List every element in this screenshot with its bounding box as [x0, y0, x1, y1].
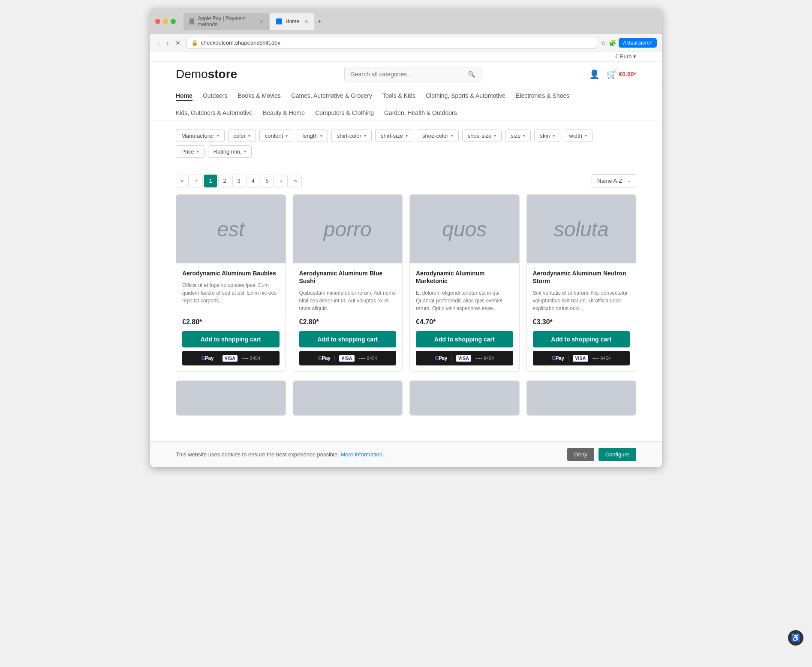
maximize-window-button[interactable] [171, 19, 176, 24]
back-button[interactable]: ‹ [155, 38, 162, 48]
nav-item-tools[interactable]: Tools & Kids [382, 91, 415, 101]
nav-item-garden[interactable]: Garden, Health & Outdoors [384, 109, 457, 117]
cookie-deny-button[interactable]: Deny [567, 448, 594, 461]
payment-bar-2[interactable]: GPay VISA •••• 9454 [299, 351, 397, 365]
product-card-8 [526, 380, 637, 416]
page-3-button[interactable]: 3 [232, 175, 245, 187]
product-image-1[interactable]: est [176, 195, 286, 263]
filter-shoe-size-label: shoe-size [468, 133, 492, 139]
filter-shoe-color[interactable]: shoe-color ▾ [417, 130, 459, 142]
page-1-button[interactable]: 1 [204, 175, 217, 187]
filter-content[interactable]: content ▾ [259, 130, 294, 142]
filter-color[interactable]: color ▾ [228, 130, 256, 142]
add-to-cart-button-2[interactable]: Add to shopping cart [299, 331, 397, 347]
page-prev-button[interactable]: ‹ [190, 175, 203, 187]
product-image-8[interactable] [527, 381, 636, 415]
chevron-down-icon: ▾ [197, 149, 199, 154]
filter-skin[interactable]: skin ▾ [534, 130, 560, 142]
sort-dropdown[interactable]: Name A-Z [592, 174, 636, 187]
payment-bar-4[interactable]: GPay VISA •••• 9454 [533, 351, 630, 365]
cart-price: €0.00* [619, 71, 636, 78]
aktualisieren-button[interactable]: Aktualisieren [619, 38, 657, 48]
filter-shoe-size[interactable]: shoe-size ▾ [462, 130, 502, 142]
page-last-button[interactable]: » [289, 175, 302, 187]
product-image-7[interactable] [410, 381, 519, 415]
nav-item-home[interactable]: Home [176, 91, 192, 101]
nav-item-clothing[interactable]: Clothing, Sports & Automotive [426, 91, 505, 101]
nav-item-games[interactable]: Games, Automotive & Grocery [291, 91, 372, 101]
forward-button[interactable]: › [164, 38, 171, 48]
payment-bar-1[interactable]: GPay VISA •••• 9454 [182, 351, 280, 365]
page-next-button[interactable]: › [275, 175, 288, 187]
add-to-cart-button-4[interactable]: Add to shopping cart [533, 331, 630, 347]
product-name-3[interactable]: Aerodynamic Aluminum Marketonic [416, 269, 513, 285]
filter-manufacturer[interactable]: Manufacturer ▾ [176, 130, 225, 142]
product-image-5[interactable] [176, 381, 286, 415]
nav-item-electronics[interactable]: Electronics & Shoes [516, 91, 569, 101]
cookie-configure-button[interactable]: Configure [598, 448, 636, 461]
nav-item-computers[interactable]: Computers & Clothing [315, 109, 374, 117]
site-header: Demostore 🔍 👤 🛒 €0.00* [150, 62, 662, 87]
extensions-icon[interactable]: 🧩 [609, 39, 616, 46]
product-desc-2: Quibusdam minima dolor rerum. Aut nemo n… [299, 289, 397, 312]
search-input[interactable] [351, 71, 464, 78]
tab-close-home[interactable]: ✕ [304, 19, 308, 24]
close-window-button[interactable] [155, 19, 160, 24]
card-number-4: •••• 9454 [592, 356, 611, 361]
filter-width[interactable]: width ▾ [564, 130, 592, 142]
payment-divider-4 [568, 355, 568, 362]
site-logo[interactable]: Demostore [176, 67, 237, 81]
chevron-down-icon: ▾ [585, 133, 587, 138]
new-tab-button[interactable]: + [315, 13, 324, 30]
filter-shirt-size[interactable]: shirt-size ▾ [375, 130, 413, 142]
tab-apple-pay[interactable]: Apple Pay | Payment methods ✕ [183, 13, 269, 30]
page-4-button[interactable]: 4 [247, 175, 259, 187]
payment-divider [218, 355, 218, 362]
currency-selector[interactable]: € Euro ▾ [615, 53, 636, 60]
cart-button[interactable]: 🛒 €0.00* [607, 69, 636, 79]
page-5-button[interactable]: 5 [261, 175, 274, 187]
reload-button[interactable]: ✕ [173, 38, 183, 48]
search-bar[interactable]: 🔍 [344, 67, 481, 81]
nav-item-outdoors[interactable]: Outdoors [203, 91, 228, 101]
window-controls [155, 19, 176, 24]
product-image-3[interactable]: quos [410, 195, 519, 263]
product-image-4[interactable]: soluta [527, 195, 636, 263]
filter-size[interactable]: size ▾ [505, 130, 531, 142]
filter-skin-label: skin [540, 133, 550, 139]
product-image-6[interactable] [293, 381, 403, 415]
product-image-2[interactable]: porro [293, 195, 403, 263]
product-desc-1: Officia ut et fuga voluptates ipsa. Eum … [182, 281, 280, 312]
filter-rating[interactable]: Rating min. ▾ [208, 145, 252, 158]
page-2-button[interactable]: 2 [218, 175, 231, 187]
minimize-window-button[interactable] [163, 19, 168, 24]
page-first-button[interactable]: « [176, 175, 189, 187]
product-card-3: quos Aerodynamic Aluminum Marketonic Et … [409, 194, 520, 372]
product-name-2[interactable]: Aerodynamic Aluminum Blue Sushi [299, 269, 397, 285]
payment-bar-3[interactable]: GPay VISA •••• 9454 [416, 351, 513, 365]
product-name-1[interactable]: Aerodynamic Aluminum Baubles [182, 269, 280, 277]
product-name-4[interactable]: Aerodynamic Aluminum Neutron Storm [533, 269, 630, 285]
chevron-down-icon: ▾ [494, 133, 496, 138]
gpay-icon-4: GPay [552, 355, 564, 361]
chevron-down-icon: ▾ [217, 133, 219, 138]
bookmark-icon[interactable]: ☆ [601, 39, 606, 46]
filter-manufacturer-label: Manufacturer [181, 133, 214, 139]
nav-item-books[interactable]: Books & Movies [238, 91, 281, 101]
address-bar[interactable]: 🔒 checkoutcom.shapeandshift.dev [186, 37, 597, 48]
nav-item-beauty[interactable]: Beauty & Home [263, 109, 305, 117]
filters-section: Manufacturer ▾ color ▾ content ▾ length … [150, 121, 662, 170]
nav-item-kids[interactable]: Kids, Outdoors & Automotive [176, 109, 253, 117]
cookie-more-info-link[interactable]: More information… [340, 451, 388, 458]
add-to-cart-button-3[interactable]: Add to shopping cart [416, 331, 513, 347]
tab-home[interactable]: Home ✕ [270, 13, 314, 30]
filter-price[interactable]: Price ▾ [176, 145, 205, 158]
product-image-text-4: soluta [554, 217, 609, 241]
chevron-down-icon: ▾ [248, 133, 250, 138]
gpay-icon-2: GPay [318, 355, 331, 361]
tab-close-apple-pay[interactable]: ✕ [259, 19, 263, 24]
filter-length[interactable]: length ▾ [297, 130, 328, 142]
filter-shirt-color[interactable]: shirt-color ▾ [331, 130, 372, 142]
account-icon[interactable]: 👤 [589, 69, 600, 79]
add-to-cart-button-1[interactable]: Add to shopping cart [182, 331, 280, 347]
